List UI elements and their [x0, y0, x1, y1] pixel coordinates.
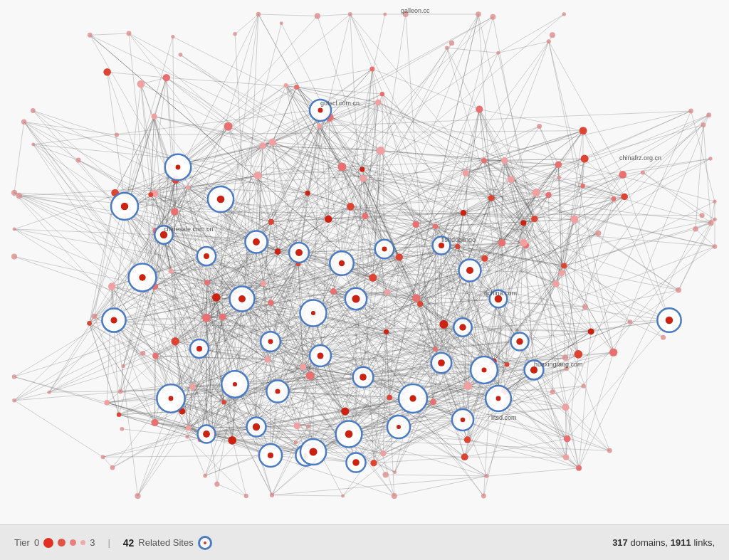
network-visualization — [0, 0, 729, 524]
tier-end: 3 — [90, 537, 95, 548]
stats-domains-label: domains, — [630, 537, 668, 548]
stats-section: 317 domains, 1911 links, — [612, 537, 715, 548]
tier3-dot — [80, 540, 85, 545]
tier-label: Tier — [14, 537, 30, 548]
related-site-icon — [198, 536, 212, 550]
stats-links-label: links, — [693, 537, 715, 548]
tier-legend: Tier 0 3 — [14, 537, 95, 548]
related-label: Related Sites — [138, 537, 193, 548]
tier2-dot — [70, 539, 76, 546]
network-canvas — [0, 0, 729, 524]
tier0-dot — [43, 538, 53, 548]
tier-start: 0 — [34, 537, 39, 548]
related-legend: 42 Related Sites — [123, 536, 212, 550]
related-site-icon-inner — [202, 540, 208, 546]
divider1: | — [107, 537, 110, 548]
tier1-dot — [58, 539, 65, 546]
stats-domains-count: 317 — [612, 537, 628, 548]
legend-bar: Tier 0 3 | 42 Related Sites 317 domains,… — [0, 524, 729, 560]
stats-links-count: 1911 — [671, 537, 691, 548]
related-count: 42 — [123, 537, 135, 549]
